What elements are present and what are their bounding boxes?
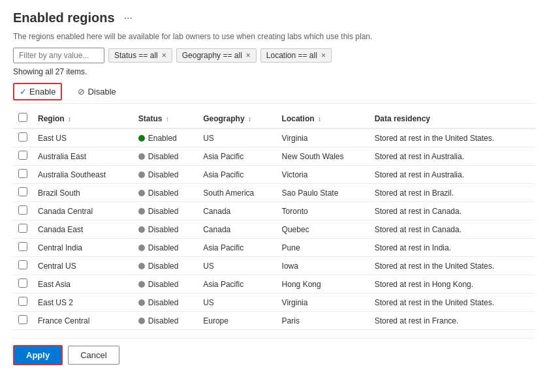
- table-body: East USEnabledUSVirginiaStored at rest i…: [13, 128, 536, 330]
- cell-region: Australia East: [33, 147, 133, 166]
- cell-residency: Stored at rest in the United States.: [369, 128, 536, 147]
- cell-location: Virginia: [277, 294, 369, 312]
- cell-region: Canada Central: [33, 202, 133, 220]
- row-checkbox[interactable]: [18, 132, 27, 142]
- cell-status: Disabled: [133, 257, 198, 275]
- regions-table: Region ↕ Status ↑ Geography ↕ Location ↕…: [13, 109, 536, 330]
- footer-bar: Apply Cancel: [13, 338, 536, 365]
- sort-icon-location[interactable]: ↕: [318, 115, 321, 123]
- table-row: France CentralDisabledEuropeParisStored …: [13, 312, 536, 330]
- row-checkbox-cell: [13, 202, 33, 220]
- row-checkbox-cell: [13, 166, 33, 184]
- col-residency: Data residency: [369, 109, 536, 128]
- row-checkbox-cell: [13, 294, 33, 312]
- cell-status: Disabled: [133, 312, 198, 330]
- status-dot: [138, 281, 145, 288]
- cell-geography: Canada: [198, 220, 276, 239]
- table-row: Canada EastDisabledCanadaQuebecStored at…: [13, 220, 536, 239]
- cell-region: Brazil South: [33, 184, 133, 202]
- table-row: Central USDisabledUSIowaStored at rest i…: [13, 257, 536, 275]
- geography-chip-close[interactable]: ×: [246, 51, 251, 60]
- row-checkbox-cell: [13, 275, 33, 294]
- sort-icon-status[interactable]: ↑: [166, 115, 169, 123]
- cell-geography: South America: [198, 184, 276, 202]
- cell-region: East US 2: [33, 294, 133, 312]
- disable-icon: ⊘: [78, 87, 85, 97]
- table-row: Australia EastDisabledAsia PacificNew So…: [13, 147, 536, 166]
- filter-input[interactable]: [13, 48, 104, 63]
- cell-residency: Stored at rest in Canada.: [369, 202, 536, 220]
- cell-residency: Stored at rest in Brazil.: [369, 184, 536, 202]
- table-row: East USEnabledUSVirginiaStored at rest i…: [13, 128, 536, 147]
- disable-label: Disable: [87, 87, 116, 97]
- row-checkbox[interactable]: [18, 315, 27, 324]
- cell-residency: Stored at rest in Australia.: [369, 166, 536, 184]
- status-dot: [138, 153, 145, 160]
- status-dot: [138, 299, 145, 306]
- cell-status: Enabled: [133, 128, 198, 147]
- cell-geography: Asia Pacific: [198, 166, 276, 184]
- row-checkbox[interactable]: [18, 279, 27, 288]
- cell-geography: Europe: [198, 312, 276, 330]
- col-status: Status ↑: [133, 109, 198, 128]
- row-checkbox-cell: [13, 147, 33, 166]
- row-checkbox[interactable]: [18, 151, 27, 160]
- row-checkbox[interactable]: [18, 224, 27, 233]
- cell-geography: Canada: [198, 202, 276, 220]
- cell-region: Canada East: [33, 220, 133, 239]
- cell-geography: US: [198, 257, 276, 275]
- row-checkbox[interactable]: [18, 205, 27, 215]
- cell-residency: Stored at rest in Hong Kong.: [369, 275, 536, 294]
- location-chip-close[interactable]: ×: [321, 51, 326, 60]
- page-description: The regions enabled here will be availab…: [13, 32, 536, 41]
- row-checkbox-cell: [13, 128, 33, 147]
- status-chip-close[interactable]: ×: [162, 51, 166, 60]
- row-checkbox[interactable]: [18, 242, 27, 251]
- location-chip: Location == all×: [260, 48, 332, 63]
- geography-chip: Geography == all×: [176, 48, 257, 63]
- col-location: Location ↕: [277, 109, 369, 128]
- sort-icon-geography[interactable]: ↕: [248, 115, 251, 123]
- cell-region: Central US: [33, 257, 133, 275]
- cell-status: Disabled: [133, 275, 198, 294]
- row-checkbox[interactable]: [18, 297, 27, 306]
- cell-status: Disabled: [133, 166, 198, 184]
- header-checkbox-cell: [13, 109, 33, 128]
- row-checkbox-cell: [13, 220, 33, 239]
- status-dot: [138, 208, 145, 215]
- disable-button[interactable]: ⊘ Disable: [72, 84, 121, 99]
- cell-geography: Asia Pacific: [198, 275, 276, 294]
- ellipsis-menu-button[interactable]: ···: [120, 11, 136, 25]
- sort-icon-region[interactable]: ↕: [68, 115, 71, 123]
- cell-residency: Stored at rest in France.: [369, 312, 536, 330]
- table-row: Brazil SouthDisabledSouth AmericaSao Pau…: [13, 184, 536, 202]
- table-row: Canada CentralDisabledCanadaTorontoStore…: [13, 202, 536, 220]
- cell-location: Sao Paulo State: [277, 184, 369, 202]
- row-checkbox[interactable]: [18, 169, 27, 178]
- status-dot: [138, 172, 145, 178]
- row-checkbox[interactable]: [18, 187, 27, 196]
- cell-location: New South Wales: [277, 147, 369, 166]
- row-checkbox[interactable]: [18, 260, 27, 269]
- cell-location: Virginia: [277, 128, 369, 147]
- status-chip: Status == all×: [108, 48, 172, 63]
- cell-residency: Stored at rest in the United States.: [369, 257, 536, 275]
- table-header: Region ↕ Status ↑ Geography ↕ Location ↕…: [13, 109, 536, 128]
- select-all-checkbox[interactable]: [18, 113, 27, 122]
- enable-button[interactable]: ✓ Enable: [13, 83, 62, 100]
- table-row: East US 2DisabledUSVirginiaStored at res…: [13, 294, 536, 312]
- cancel-button[interactable]: Cancel: [68, 346, 119, 365]
- row-checkbox-cell: [13, 257, 33, 275]
- cell-region: Australia Southeast: [33, 166, 133, 184]
- row-checkbox-cell: [13, 239, 33, 257]
- cell-residency: Stored at rest in Canada.: [369, 220, 536, 239]
- table-row: Central IndiaDisabledAsia PacificPuneSto…: [13, 239, 536, 257]
- filter-bar: Status == all×Geography == all×Location …: [13, 48, 536, 63]
- apply-button[interactable]: Apply: [13, 345, 63, 365]
- cell-geography: Asia Pacific: [198, 147, 276, 166]
- cell-status: Disabled: [133, 184, 198, 202]
- row-checkbox-cell: [13, 184, 33, 202]
- cell-residency: Stored at rest in India.: [369, 239, 536, 257]
- status-dot: [138, 226, 145, 233]
- cell-location: Pune: [277, 239, 369, 257]
